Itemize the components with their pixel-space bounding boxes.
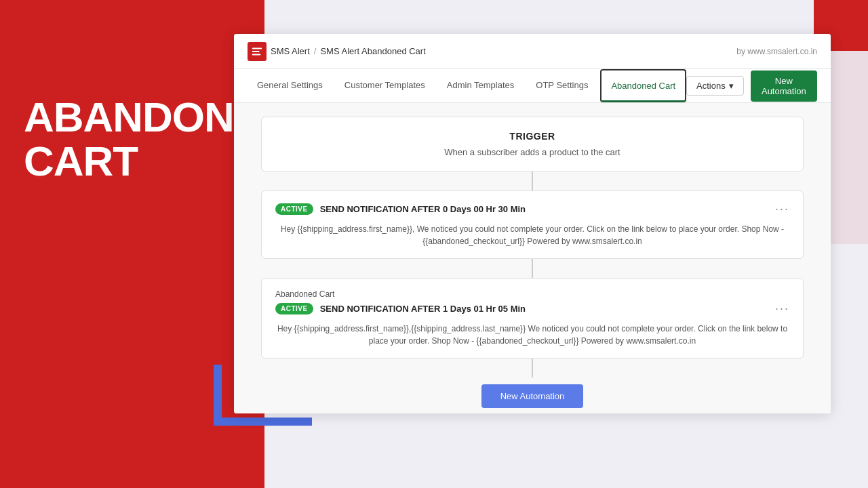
trigger-description: When a subscriber adds a product to the … xyxy=(275,147,789,157)
card-1-title-group: ACTIVE SEND NOTIFICATION AFTER 0 Days 00… xyxy=(275,203,526,215)
card-2-prefix: Abandoned Cart xyxy=(275,289,789,299)
breadcrumb-separator: / xyxy=(314,46,317,56)
card-2-body: Hey {{shipping_address.first_name}},{{sh… xyxy=(275,323,789,347)
trigger-label: TRIGGER xyxy=(275,131,789,142)
automation-card-2: Abandoned Cart ACTIVE SEND NOTIFICATION … xyxy=(261,278,804,359)
card-1-title: SEND NOTIFICATION AFTER 0 Days 00 Hr 30 … xyxy=(320,204,526,214)
connector-2 xyxy=(532,259,533,278)
card-1-badge: ACTIVE xyxy=(275,203,313,215)
card-1-body: Hey {{shipping_address.first_name}}, We … xyxy=(275,223,789,247)
tab-abandoned-cart[interactable]: Abandoned Cart xyxy=(600,69,686,102)
breadcrumb-page: SMS Alert Abandoned Cart xyxy=(320,46,425,56)
breadcrumb: SMS Alert / SMS Alert Abandoned Cart xyxy=(248,42,426,61)
card-2-title: SEND NOTIFICATION AFTER 1 Days 01 Hr 05 … xyxy=(320,304,526,314)
tab-general-settings[interactable]: General Settings xyxy=(248,69,332,102)
tab-customer-templates[interactable]: Customer Templates xyxy=(335,69,435,102)
automation-card-1: ACTIVE SEND NOTIFICATION AFTER 0 Days 00… xyxy=(261,190,804,259)
card-2-badge: ACTIVE xyxy=(275,303,313,314)
blue-rect-horizontal xyxy=(214,418,312,426)
connector-1 xyxy=(532,171,533,190)
new-automation-bottom-button[interactable]: New Automation xyxy=(481,384,584,408)
panel-content: TRIGGER When a subscriber adds a product… xyxy=(234,103,831,413)
card-1-menu-button[interactable]: ··· xyxy=(775,202,789,216)
tab-otp-settings[interactable]: OTP Settings xyxy=(526,69,597,102)
logo-icon xyxy=(251,45,263,58)
nav-tabs: General Settings Customer Templates Admi… xyxy=(234,69,831,103)
svg-rect-2 xyxy=(252,54,261,55)
card-2-title-group: ACTIVE SEND NOTIFICATION AFTER 1 Days 01… xyxy=(275,303,526,314)
card-2-header-row: ACTIVE SEND NOTIFICATION AFTER 1 Days 01… xyxy=(275,302,789,316)
nav-tabs-right: Actions ▾ New Automation xyxy=(686,70,817,102)
svg-rect-0 xyxy=(252,47,262,49)
bg-left xyxy=(0,0,264,488)
new-automation-header-button[interactable]: New Automation xyxy=(751,70,817,102)
card-2-menu-button[interactable]: ··· xyxy=(775,302,789,316)
header-by-text: by www.smsalert.co.in xyxy=(736,47,817,56)
actions-label: Actions xyxy=(696,81,726,91)
bottom-button-row: New Automation xyxy=(261,384,804,408)
app-logo xyxy=(248,42,267,61)
tab-admin-templates[interactable]: Admin Templates xyxy=(437,69,524,102)
breadcrumb-app: SMS Alert xyxy=(271,46,310,56)
main-panel: SMS Alert / SMS Alert Abandoned Cart by … xyxy=(234,34,831,413)
trigger-box: TRIGGER When a subscriber adds a product… xyxy=(261,117,804,171)
svg-rect-1 xyxy=(252,51,260,52)
nav-tabs-left: General Settings Customer Templates Admi… xyxy=(248,69,686,102)
connector-3 xyxy=(532,359,533,378)
actions-button[interactable]: Actions ▾ xyxy=(686,76,744,96)
actions-chevron-icon: ▾ xyxy=(729,81,734,91)
card-1-header-row: ACTIVE SEND NOTIFICATION AFTER 0 Days 00… xyxy=(275,202,789,216)
panel-header: SMS Alert / SMS Alert Abandoned Cart by … xyxy=(234,34,831,69)
blue-rect-vertical xyxy=(214,365,222,426)
